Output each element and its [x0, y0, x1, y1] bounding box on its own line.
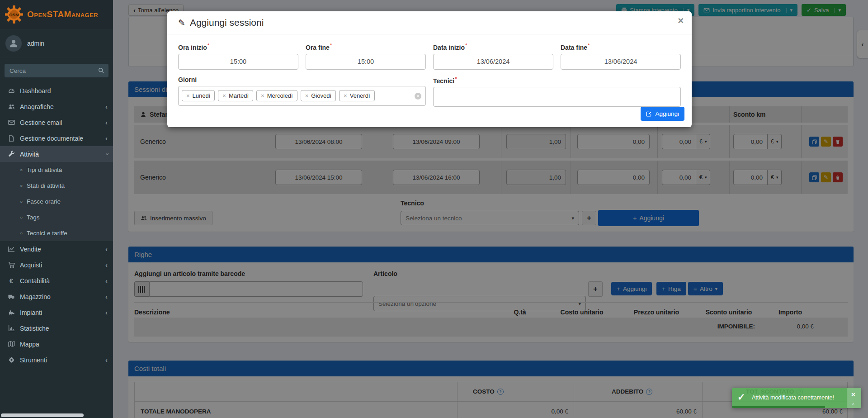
- ora-inizio-input[interactable]: [178, 54, 298, 70]
- users-icon: [6, 103, 16, 110]
- giorni-multiselect[interactable]: ×Lunedì ×Martedì ×Mercoledì ×Giovedì ×Ve…: [178, 86, 426, 106]
- chip-remove-icon[interactable]: ×: [222, 92, 226, 99]
- sidebar-item-gestione-documentale[interactable]: Gestione documentale ‹: [0, 130, 113, 146]
- chevron-down-icon: ‹: [103, 153, 110, 155]
- check-icon: ✓: [737, 392, 745, 403]
- required-asterisk: *: [465, 43, 467, 48]
- ora-inizio-label: Ora inizio*: [178, 43, 298, 51]
- pencil-icon: ✎: [178, 18, 185, 28]
- chevron-left-icon: ‹: [105, 135, 108, 142]
- modal-body: Ora inizio* Ora fine* Data inizio* Data …: [167, 34, 692, 107]
- required-asterisk: *: [208, 43, 209, 48]
- circle-icon: ○: [20, 231, 23, 236]
- sidebar-item-statistiche[interactable]: Statistiche: [0, 320, 113, 336]
- data-fine-input[interactable]: [561, 54, 681, 70]
- truck-icon: [6, 293, 16, 300]
- logo[interactable]: OSM OpenSTAManager: [0, 0, 113, 29]
- logo-acronym: OSM: [9, 12, 19, 17]
- day-chip[interactable]: ×Venerdì: [339, 90, 374, 101]
- gear-icon: [6, 356, 16, 363]
- search-input[interactable]: [5, 64, 108, 77]
- data-inizio-label: Data inizio*: [433, 43, 553, 51]
- sidebar-item-contabilita[interactable]: € Contabilità ‹: [0, 273, 113, 289]
- sidebar-item-tecnici-e-tariffe[interactable]: ○ Tecnici e tariffe: [0, 225, 113, 241]
- circle-icon: ○: [20, 183, 23, 188]
- ora-fine-label: Ora fine*: [306, 43, 426, 51]
- clear-selection-icon[interactable]: ×: [415, 93, 421, 100]
- sidebar-item-dashboard[interactable]: Dashboard: [0, 83, 113, 99]
- user-name: admin: [27, 40, 44, 47]
- sidebar-search: [5, 64, 108, 77]
- chart-line-icon: [6, 246, 16, 252]
- search-icon[interactable]: [94, 64, 108, 77]
- wrench-icon: [6, 151, 16, 157]
- horizontal-scrollbar-thumb[interactable]: [1, 413, 84, 417]
- day-chip[interactable]: ×Giovedì: [301, 90, 336, 101]
- chevron-left-icon: ‹: [105, 356, 108, 363]
- logo-gear-icon: OSM: [5, 5, 24, 24]
- toast-close-button[interactable]: × ˄: [847, 388, 861, 408]
- sidebar-item-mappa[interactable]: Mappa: [0, 336, 113, 352]
- toast-message: Attività modificata correttamente!: [752, 394, 834, 401]
- edit-icon: [646, 111, 652, 117]
- sidebar-item-strumenti[interactable]: Strumenti ‹: [0, 352, 113, 368]
- chevron-left-icon: ‹: [105, 103, 108, 110]
- required-asterisk: *: [455, 76, 457, 81]
- modal-submit-button[interactable]: Aggiungi: [641, 107, 684, 121]
- chevron-left-icon: ‹: [105, 309, 108, 316]
- map-icon: [6, 341, 16, 347]
- chevron-up-icon: ˄: [852, 401, 854, 407]
- sidebar-item-vendite[interactable]: Vendite ‹: [0, 241, 113, 257]
- logo-text: OpenSTAManager: [27, 10, 98, 19]
- success-toast: ✓ Attività modificata correttamente! × ˄: [732, 388, 861, 408]
- sidebar-item-acquisti[interactable]: Acquisti ‹: [0, 257, 113, 273]
- chevron-left-icon: ‹: [105, 293, 108, 300]
- chip-remove-icon[interactable]: ×: [186, 92, 190, 99]
- sidebar-item-attivita[interactable]: Attività ‹: [0, 146, 113, 162]
- chevron-left-icon: ‹: [105, 261, 108, 268]
- sidebar-item-anagrafiche[interactable]: Anagrafiche ‹: [0, 99, 113, 114]
- sidebar: OSM OpenSTAManager admin: [0, 0, 113, 418]
- day-chip[interactable]: ×Martedì: [218, 90, 253, 101]
- circle-icon: ○: [20, 199, 23, 204]
- sidebar-item-impianti[interactable]: Impianti ‹: [0, 304, 113, 320]
- data-inizio-input[interactable]: [433, 54, 553, 70]
- user-avatar: [5, 35, 22, 52]
- giorni-label: Giorni: [178, 76, 426, 83]
- envelope-icon: [6, 119, 16, 126]
- sidebar-item-tags[interactable]: ○ Tags: [0, 209, 113, 225]
- cart-icon: [6, 261, 16, 268]
- modal-header: ✎ Aggiungi sessioni: [167, 11, 692, 34]
- tecnici-label: Tecnici*: [433, 76, 681, 85]
- chip-remove-icon[interactable]: ×: [261, 92, 264, 99]
- machine-icon: [6, 309, 16, 316]
- file-icon: [6, 135, 16, 142]
- circle-icon: ○: [20, 215, 23, 220]
- chevron-left-icon: ‹: [105, 277, 108, 284]
- sidebar-item-gestione-email[interactable]: Gestione email ‹: [0, 114, 113, 130]
- data-fine-label: Data fine*: [561, 43, 681, 51]
- user-panel: admin: [0, 29, 113, 58]
- required-asterisk: *: [588, 43, 590, 48]
- chevron-left-icon: ‹: [105, 246, 108, 252]
- day-chip[interactable]: ×Lunedì: [182, 90, 215, 101]
- sidebar-item-stati-di-attivita[interactable]: ○ Stati di attività: [0, 178, 113, 194]
- circle-icon: ○: [20, 167, 23, 172]
- chevron-left-icon: ‹: [105, 119, 108, 126]
- dashboard-icon: [6, 87, 16, 94]
- day-chip[interactable]: ×Mercoledì: [256, 90, 297, 101]
- chip-remove-icon[interactable]: ×: [344, 92, 347, 99]
- sidebar-item-magazzino[interactable]: Magazzino ‹: [0, 289, 113, 304]
- sidebar-menu: Dashboard Anagrafiche ‹ Gesti: [0, 83, 113, 368]
- app-window: OSM OpenSTAManager admin: [0, 0, 868, 418]
- sidebar-item-fasce-orarie[interactable]: ○ Fasce orarie: [0, 194, 113, 209]
- close-icon: ×: [851, 390, 855, 398]
- tecnici-multiselect[interactable]: [433, 87, 681, 107]
- euro-icon: €: [6, 277, 16, 285]
- close-icon[interactable]: ×: [678, 16, 684, 26]
- sidebar-item-tipi-di-attivita[interactable]: ○ Tipi di attività: [0, 162, 113, 178]
- chip-remove-icon[interactable]: ×: [305, 92, 309, 99]
- add-sessions-modal: ✎ Aggiungi sessioni × Ora inizio* Ora fi…: [167, 11, 692, 127]
- ora-fine-input[interactable]: [306, 54, 426, 70]
- modal-title: Aggiungi sessioni: [190, 17, 264, 28]
